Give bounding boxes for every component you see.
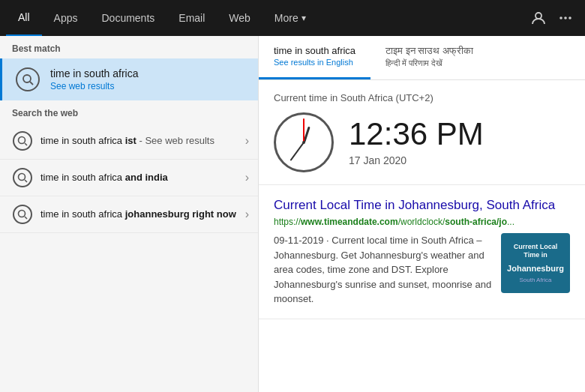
web-item-bold: johannesburg right now	[125, 208, 236, 220]
search-icon	[14, 66, 41, 93]
time-card: Current time in South Africa (UTC+2) 12:…	[259, 80, 585, 185]
nav-icons	[531, 10, 579, 25]
result-url: https://www.timeanddate.com/worldclock/s…	[274, 217, 570, 227]
ellipsis-icon[interactable]	[558, 10, 573, 25]
tab-all[interactable]: All	[6, 0, 42, 36]
url-bold: www.timeanddate.com	[301, 217, 398, 227]
web-search-label: Search the web	[0, 100, 258, 123]
time-text: 12:36 PM 17 Jan 2020	[349, 118, 484, 166]
result-tabs: time in south africa See results in Engl…	[259, 36, 585, 80]
time-big: 12:36 PM	[349, 118, 484, 150]
result-tab-english-title: time in south africa	[274, 45, 356, 56]
clock-center	[302, 141, 305, 144]
result-tab-english-sub: See results in English	[274, 58, 353, 67]
right-panel: time in south africa See results in Engl…	[259, 36, 585, 392]
best-match-title: time in south africa	[50, 67, 139, 79]
web-item-text: time in south africa and india	[40, 171, 239, 184]
result-tab-hindi[interactable]: टाइम इन साउथ अफ्रीका हिन्दी में परिणाम द…	[370, 36, 488, 79]
chevron-right-icon: ›	[245, 134, 249, 148]
tab-more[interactable]: More ▾	[262, 0, 318, 36]
svg-point-4	[23, 75, 31, 82]
nav-bar: All Apps Documents Email Web More ▾	[0, 0, 585, 36]
thumb-title: Current Local Time in	[506, 243, 566, 260]
web-item-normal: time in south africa	[40, 208, 125, 220]
svg-point-0	[536, 13, 542, 19]
best-match-item[interactable]: time in south africa See web results	[0, 58, 258, 100]
search-icon	[12, 204, 33, 225]
clock-face	[274, 112, 334, 172]
minute-hand	[290, 142, 304, 160]
svg-line-5	[30, 82, 33, 85]
web-item-text: time in south africa johannesburg right …	[40, 208, 239, 221]
svg-point-8	[19, 174, 26, 181]
result-title-link[interactable]: Current Local Time in Johannesburg, Sout…	[274, 197, 570, 214]
tab-apps[interactable]: Apps	[42, 0, 90, 36]
url-trail: ...	[507, 217, 514, 227]
snippet-date: 09-11-2019	[274, 235, 324, 246]
person-icon[interactable]	[531, 10, 546, 25]
left-panel: Best match time in south africa See web …	[0, 36, 259, 392]
thumb-country: South Africa	[519, 277, 551, 283]
tab-email[interactable]: Email	[166, 0, 217, 36]
web-list-item[interactable]: time in south africa ist - See web resul…	[0, 123, 258, 160]
result-tab-hindi-sub: हिन्दी में परिणाम देखें	[386, 58, 442, 67]
svg-line-9	[25, 180, 27, 182]
time-card-title: Current time in South Africa (UTC+2)	[274, 92, 570, 103]
search-icon	[12, 130, 33, 151]
tab-email-label: Email	[178, 12, 205, 24]
result-body: 09-11-2019 · Current local time in South…	[274, 233, 570, 307]
best-match-sub: See web results	[50, 81, 139, 91]
tab-web-label: Web	[229, 12, 250, 24]
web-item-bold: and india	[125, 172, 168, 183]
tab-more-label: More	[274, 12, 298, 24]
web-item-text: time in south africa ist - See web resul…	[40, 134, 239, 148]
thumb-city: Johannesburg	[507, 263, 564, 274]
chevron-down-icon: ▾	[302, 13, 306, 23]
web-result-card: Current Local Time in Johannesburg, Sout…	[259, 185, 585, 319]
tab-documents-label: Documents	[101, 12, 154, 24]
svg-point-1	[560, 16, 562, 19]
web-item-normal: time in south africa	[40, 135, 125, 146]
svg-point-2	[564, 16, 567, 19]
tab-apps-label: Apps	[54, 12, 78, 24]
web-list-item[interactable]: time in south africa johannesburg right …	[0, 196, 258, 233]
result-tab-hindi-title: टाइम इन साउथ अफ्रीका	[386, 45, 473, 56]
best-match-text: time in south africa See web results	[50, 67, 139, 91]
svg-line-7	[25, 143, 27, 145]
result-thumbnail: Current Local Time in Johannesburg South…	[501, 233, 570, 293]
url-prefix: https://	[274, 217, 301, 227]
time-display: 12:36 PM 17 Jan 2020	[274, 112, 570, 172]
main-layout: Best match time in south africa See web …	[0, 36, 585, 392]
result-snippet: 09-11-2019 · Current local time in South…	[274, 233, 492, 307]
result-tab-english[interactable]: time in south africa See results in Engl…	[259, 36, 370, 79]
tab-all-label: All	[18, 11, 30, 23]
chevron-right-icon: ›	[245, 208, 249, 221]
url-bold2: south-africa/jo	[445, 217, 507, 227]
svg-point-3	[568, 16, 572, 19]
tab-documents[interactable]: Documents	[89, 0, 166, 36]
svg-point-6	[19, 137, 26, 144]
time-date: 17 Jan 2020	[349, 154, 484, 166]
best-match-label: Best match	[0, 36, 258, 58]
search-icon	[12, 167, 33, 188]
second-hand	[303, 118, 304, 142]
web-item-bold: ist	[125, 135, 136, 146]
web-item-normal: time in south africa	[40, 172, 125, 183]
web-list-item[interactable]: time in south africa and india ›	[0, 160, 258, 196]
chevron-right-icon: ›	[245, 171, 249, 184]
result-title: Current Local Time in Johannesburg, Sout…	[274, 198, 555, 212]
svg-point-10	[19, 211, 26, 217]
url-suffix: /worldclock/	[398, 217, 446, 227]
thumb-inner: Current Local Time in Johannesburg South…	[501, 233, 570, 293]
tab-web[interactable]: Web	[217, 0, 262, 36]
svg-line-11	[25, 217, 27, 219]
web-item-suffix: - See web results	[136, 135, 214, 146]
